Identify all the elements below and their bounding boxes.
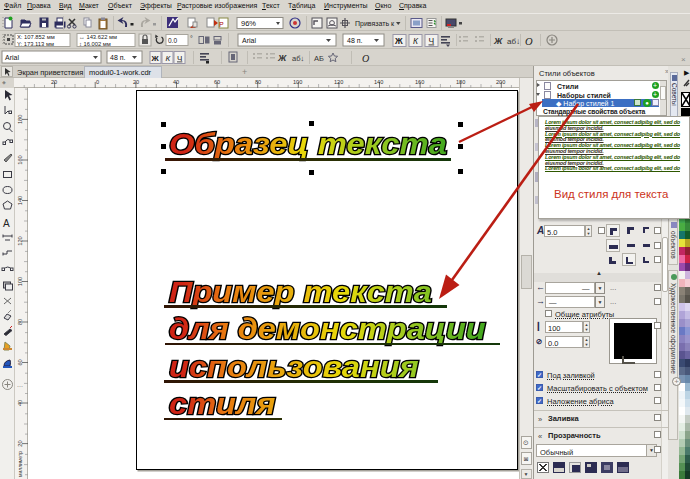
svg-text:Ч: Ч [177,54,182,63]
svg-text:0.0: 0.0 [168,37,177,44]
svg-text:160: 160 [415,79,424,85]
svg-text:96%: 96% [241,19,256,28]
svg-text:АБ: АБ [314,54,324,63]
svg-text:A: A [3,218,10,229]
svg-text:Y: 173.113 мм: Y: 173.113 мм [17,41,54,47]
svg-text:Ж: Ж [493,36,503,46]
svg-text:O: O [525,36,533,47]
svg-text:°: ° [190,35,193,42]
svg-text:Ж: Ж [394,36,403,46]
svg-text:80: 80 [255,79,261,85]
svg-text:48 п.: 48 п. [347,37,363,44]
svg-text:аб↓: аб↓ [507,37,520,46]
svg-text:200: 200 [496,79,505,85]
svg-text:аб↓: аб↓ [292,54,304,63]
svg-text:60: 60 [214,79,220,85]
svg-text:120: 120 [334,79,343,85]
svg-text:100: 100 [17,277,23,286]
svg-text:Ч: Ч [429,36,435,46]
svg-text:X: 107.852 мм: X: 107.852 мм [17,34,55,40]
svg-text:Ж: Ж [151,54,160,63]
svg-text:20: 20 [17,440,23,446]
svg-text:40: 40 [17,400,23,406]
svg-text:160: 160 [17,155,23,164]
svg-text:60: 60 [17,359,23,365]
svg-text:O: O [362,53,369,64]
svg-text:100: 100 [293,79,302,85]
svg-text:P: P [219,21,224,28]
svg-text:0: 0 [96,79,99,85]
svg-text:40: 40 [173,79,179,85]
svg-text:120: 120 [17,236,23,245]
svg-text:180: 180 [456,79,465,85]
svg-text:Arial: Arial [5,54,19,61]
svg-text:20: 20 [51,79,57,85]
svg-text:80: 80 [17,319,23,325]
svg-text:20: 20 [133,79,139,85]
svg-text:Ж: Ж [277,53,287,63]
svg-text:140: 140 [374,79,383,85]
svg-text:180: 180 [17,115,23,124]
svg-text:↕ 16.002 мм: ↕ 16.002 мм [79,41,111,47]
svg-text:↔ 143.622 мм: ↔ 143.622 мм [79,34,117,40]
svg-text:миллиметр: миллиметр [17,451,23,477]
svg-text:48 п.: 48 п. [110,54,126,61]
svg-text:Arial: Arial [242,37,256,44]
svg-text:140: 140 [17,196,23,205]
svg-text:Привязать к: Привязать к [355,20,395,28]
